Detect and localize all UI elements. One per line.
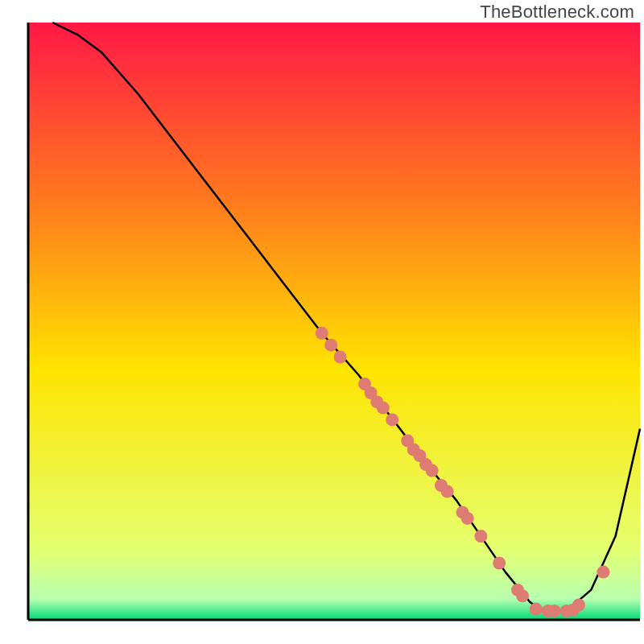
data-marker	[377, 402, 390, 415]
data-marker	[530, 603, 543, 616]
data-marker	[441, 485, 454, 498]
data-marker	[461, 512, 474, 525]
data-marker	[386, 413, 398, 426]
data-marker	[572, 599, 585, 612]
data-marker	[474, 530, 487, 543]
plot-background	[28, 23, 640, 620]
chart-container: TheBottleneck.com	[0, 0, 644, 644]
watermark-text: TheBottleneck.com	[480, 2, 634, 23]
bottleneck-chart	[0, 0, 644, 644]
data-marker	[597, 566, 609, 579]
data-marker	[334, 351, 347, 364]
data-marker	[316, 327, 328, 340]
data-marker	[516, 589, 529, 602]
data-marker	[548, 605, 561, 617]
data-marker	[324, 339, 337, 352]
data-marker	[493, 557, 506, 570]
data-marker	[426, 464, 439, 477]
